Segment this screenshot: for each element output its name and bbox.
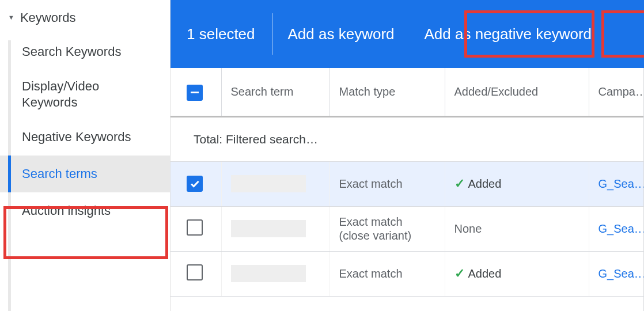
- cell-added-excluded: ✓Added: [445, 161, 589, 206]
- cell-search-term: [221, 161, 329, 206]
- cell-campaign[interactable]: G_Search: [589, 161, 644, 206]
- total-row-label: Total: Filtered search …: [171, 116, 329, 161]
- table-row: Exact match ✓Added G_Search: [171, 161, 644, 206]
- sidebar-item-search-keywords[interactable]: Search Keywords: [0, 33, 170, 70]
- search-terms-table: Search term Match type Added/Excluded Ca…: [171, 68, 644, 311]
- redacted-placeholder: [231, 265, 306, 282]
- sidebar-item-label: Auction insights: [22, 203, 111, 218]
- cell-match-type: Exact match (close variant): [329, 206, 445, 251]
- sidebar-item-label: Display/Video Keywords: [22, 78, 143, 111]
- added-label: Added: [468, 267, 502, 280]
- sidebar: ▼ Keywords Search Keywords Display/Video…: [0, 0, 171, 311]
- sidebar-item-label: Search Keywords: [22, 44, 121, 59]
- row-checkbox-cell: [171, 251, 221, 296]
- redacted-placeholder: [231, 175, 306, 192]
- main-panel: 1 selected Add as keyword Add as negativ…: [171, 0, 644, 311]
- selection-action-bar: 1 selected Add as keyword Add as negativ…: [171, 0, 644, 68]
- row-checkbox-cell: [171, 206, 221, 251]
- cell-search-term: [221, 206, 329, 251]
- sidebar-item-negative-keywords[interactable]: Negative Keywords: [0, 119, 170, 156]
- redacted-placeholder: [231, 220, 306, 237]
- cell-added-excluded: None: [445, 206, 589, 251]
- cell-campaign[interactable]: G_Search: [589, 206, 644, 251]
- table-row: Exact match (close variant) None G_Searc…: [171, 206, 644, 251]
- total-row: Total: Filtered search …: [171, 116, 644, 161]
- header-match-type[interactable]: Match type: [329, 68, 445, 116]
- sidebar-item-label: Search terms: [22, 166, 97, 181]
- header-campaign[interactable]: Campaign: [589, 68, 644, 116]
- cell-added-excluded: ✓Added: [445, 251, 589, 296]
- sidebar-group-keywords[interactable]: ▼ Keywords: [0, 2, 170, 33]
- table-row: Exact match ✓Added G_Search: [171, 251, 644, 296]
- annotation-highlight-add-negative: [601, 10, 644, 58]
- added-check-icon: ✓: [454, 266, 465, 280]
- sidebar-group-label: Keywords: [20, 10, 76, 25]
- annotation-highlight-add-keyword: [464, 10, 594, 58]
- add-as-keyword-button[interactable]: Add as keyword: [273, 14, 410, 55]
- table-header-row: Search term Match type Added/Excluded Ca…: [171, 68, 644, 116]
- sidebar-item-auction-insights[interactable]: Auction insights: [0, 192, 170, 229]
- sidebar-item-search-terms[interactable]: Search terms: [0, 156, 170, 192]
- header-checkbox-cell: [171, 68, 221, 116]
- sidebar-item-display-video-keywords[interactable]: Display/Video Keywords: [0, 70, 170, 119]
- check-icon: [189, 178, 200, 189]
- sidebar-item-label: Negative Keywords: [22, 130, 131, 144]
- row-checkbox[interactable]: [187, 176, 203, 192]
- selection-count: 1 selected: [187, 25, 272, 43]
- row-checkbox-cell: [171, 161, 221, 206]
- cell-match-type: Exact match: [329, 251, 445, 296]
- added-check-icon: ✓: [454, 176, 465, 191]
- row-checkbox[interactable]: [187, 219, 203, 236]
- row-checkbox[interactable]: [187, 264, 203, 280]
- select-all-checkbox[interactable]: [187, 85, 203, 101]
- cell-campaign[interactable]: G_Search: [589, 251, 644, 296]
- header-added-excluded[interactable]: Added/Excluded: [445, 68, 589, 116]
- added-label: Added: [468, 177, 502, 190]
- cell-search-term: [221, 251, 329, 296]
- header-search-term[interactable]: Search term: [221, 68, 329, 116]
- expand-collapse-icon: ▼: [8, 14, 14, 21]
- cell-match-type: Exact match: [329, 161, 445, 206]
